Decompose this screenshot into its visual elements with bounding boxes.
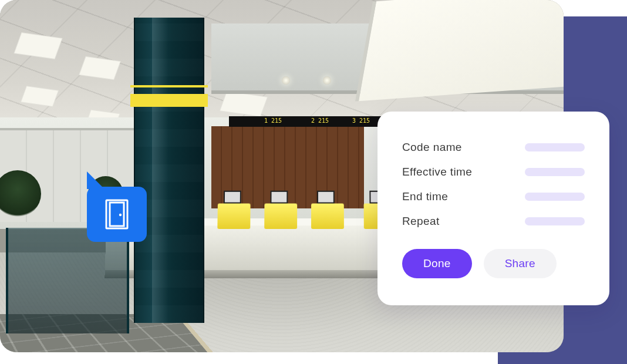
field-label: Code name xyxy=(402,141,462,154)
sign-number: 2 215 xyxy=(311,117,329,124)
share-button[interactable]: Share xyxy=(484,249,557,278)
field-effective-time: Effective time xyxy=(402,166,585,178)
glass-door xyxy=(6,228,129,333)
field-list: Code name Effective time End time Repeat xyxy=(402,141,585,228)
field-label: Effective time xyxy=(402,166,472,178)
card-actions: Done Share xyxy=(402,249,585,278)
sign-number: 1 215 xyxy=(264,117,282,124)
svg-rect-1 xyxy=(110,203,124,226)
field-label: Repeat xyxy=(402,215,440,228)
door-icon xyxy=(105,199,129,230)
field-value-placeholder[interactable] xyxy=(525,143,585,151)
pillar-stripe xyxy=(130,85,208,87)
pillar-stripe xyxy=(130,94,208,107)
door-marker[interactable] xyxy=(87,187,147,242)
field-repeat: Repeat xyxy=(402,215,585,228)
access-code-card: Code name Effective time End time Repeat… xyxy=(377,112,609,305)
field-end-time: End time xyxy=(402,190,585,203)
stage: 1 215 2 215 3 215 xyxy=(0,0,627,364)
field-value-placeholder[interactable] xyxy=(525,168,585,176)
field-value-placeholder[interactable] xyxy=(525,193,585,201)
sign-number: 3 215 xyxy=(352,117,370,124)
field-label: End time xyxy=(402,190,448,203)
pillar xyxy=(134,18,204,323)
done-button[interactable]: Done xyxy=(402,249,472,278)
skylight xyxy=(355,0,564,102)
svg-point-2 xyxy=(119,214,122,216)
field-value-placeholder[interactable] xyxy=(525,217,585,225)
field-code-name: Code name xyxy=(402,141,585,154)
